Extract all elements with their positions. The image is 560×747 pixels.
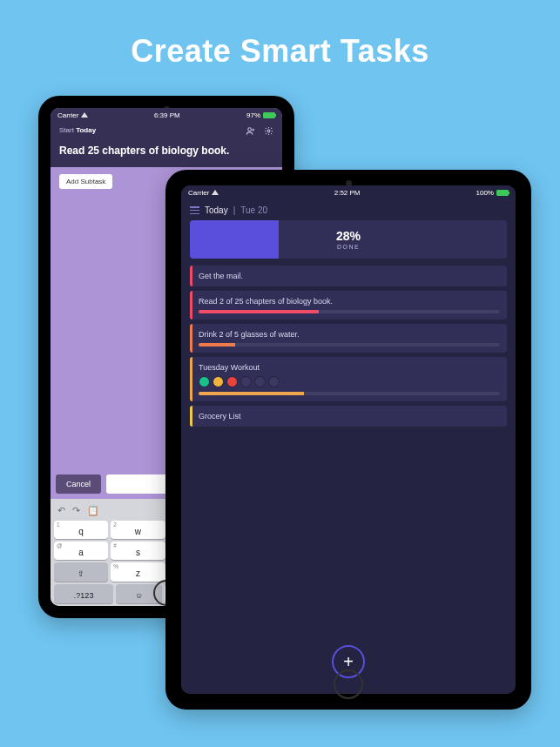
task-stripe: [190, 266, 192, 286]
task-stripe: [190, 357, 192, 401]
avatar: [254, 376, 266, 387]
home-button[interactable]: [334, 670, 363, 699]
task-label: Read 2 of 25 chapters of biology book.: [199, 297, 500, 306]
task-item[interactable]: Read 2 of 25 chapters of biology book.: [190, 291, 507, 320]
undo-icon[interactable]: ↶: [57, 505, 65, 516]
key-.?123[interactable]: .?123: [54, 584, 113, 603]
clipboard-icon[interactable]: 📋: [87, 505, 99, 516]
wifi-icon: [212, 190, 219, 195]
task-stripe: [190, 406, 192, 427]
task-stripe: [190, 324, 192, 353]
battery-pct: 97%: [246, 111, 260, 119]
carrier-label: Carrier: [188, 189, 219, 197]
task-progress-bar: [199, 343, 500, 347]
today-label: Today: [205, 205, 228, 215]
menu-icon[interactable]: [190, 206, 199, 214]
key-w[interactable]: 2w: [111, 521, 165, 539]
key-⇧[interactable]: ⇧: [54, 562, 108, 582]
avatar: [268, 376, 280, 387]
battery-icon: [496, 190, 509, 196]
key-z[interactable]: %z: [111, 562, 165, 582]
user-plus-icon[interactable]: [246, 126, 255, 138]
progress-card[interactable]: 28% DONE: [190, 220, 507, 259]
progress-done-label: DONE: [337, 244, 360, 250]
start-date-field[interactable]: Start Today: [59, 126, 96, 134]
progress-percent: 28%: [336, 229, 361, 243]
task-list: Get the mail.Read 2 of 25 chapters of bi…: [181, 266, 516, 427]
today-heading[interactable]: Today | Tue 20: [181, 200, 516, 220]
task-item[interactable]: Drink 2 of 5 glasses of water.: [190, 324, 507, 353]
today-date: Tue 20: [240, 205, 267, 215]
carrier-label: Carrier: [57, 111, 88, 119]
status-bar: Carrier 6:39 PM 97%: [51, 108, 282, 123]
clock: 6:39 PM: [154, 111, 180, 119]
avatar: [226, 376, 238, 387]
task-stripe: [190, 291, 192, 320]
status-bar: Carrier 2:52 PM 100%: [181, 185, 516, 200]
task-item[interactable]: Grocery List: [190, 406, 507, 427]
task-avatars: [199, 376, 500, 387]
task-item[interactable]: Get the mail.: [190, 266, 507, 286]
key-s[interactable]: #s: [111, 542, 165, 560]
task-title-input[interactable]: Read 25 chapters of biology book.: [51, 145, 282, 167]
task-label: Grocery List: [199, 412, 500, 421]
ipad-right: Carrier 2:52 PM 100% Today | Tue 20 28% …: [165, 170, 531, 710]
headline: Create Smart Tasks: [0, 0, 560, 70]
gear-icon[interactable]: [264, 126, 273, 138]
wifi-icon: [81, 112, 88, 118]
task-progress-bar: [199, 310, 500, 313]
task-header: Start Today: [51, 123, 282, 145]
key-a[interactable]: @a: [54, 542, 108, 560]
cancel-button[interactable]: Cancel: [56, 474, 101, 494]
add-subtask-button[interactable]: Add Subtask: [59, 174, 112, 189]
svg-point-1: [267, 130, 270, 132]
avatar: [199, 376, 210, 387]
redo-icon[interactable]: ↷: [72, 505, 80, 516]
task-item[interactable]: Tuesday Workout: [190, 357, 507, 401]
svg-point-0: [248, 128, 252, 131]
key-q[interactable]: 1q: [54, 521, 108, 539]
task-label: Tuesday Workout: [199, 363, 500, 372]
avatar: [213, 376, 224, 387]
progress-fill: [190, 220, 279, 259]
avatar: [240, 376, 252, 387]
task-label: Drink 2 of 5 glasses of water.: [199, 330, 500, 339]
battery-pct: 100%: [476, 189, 494, 197]
clock: 2:52 PM: [334, 189, 361, 197]
task-label: Get the mail.: [199, 272, 500, 280]
task-progress-bar: [199, 392, 500, 395]
battery-icon: [263, 112, 275, 118]
screen-right: Carrier 2:52 PM 100% Today | Tue 20 28% …: [181, 185, 516, 694]
